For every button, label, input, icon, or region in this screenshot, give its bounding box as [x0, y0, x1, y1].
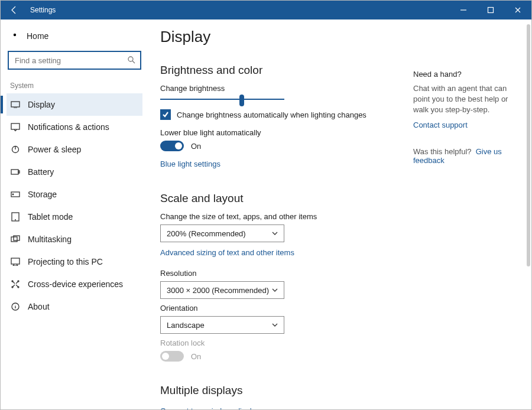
search-input[interactable] — [14, 56, 127, 66]
sidebar-item-label: Tablet mode — [28, 212, 73, 222]
window-title: Settings — [28, 6, 56, 14]
section-multiple-displays: Multiple displays — [160, 384, 390, 397]
svg-point-2 — [128, 57, 133, 61]
home-link[interactable]: Home — [7, 28, 142, 47]
minimize-button[interactable] — [450, 1, 477, 19]
brightness-slider[interactable] — [160, 99, 284, 100]
sidebar-item-label: Storage — [28, 190, 57, 199]
svg-rect-7 — [18, 171, 20, 173]
chevron-down-icon — [272, 230, 278, 236]
sidebar-item-battery[interactable]: Battery — [7, 161, 142, 183]
scrollbar-thumb[interactable] — [527, 24, 530, 266]
gear-icon — [10, 30, 20, 41]
content-area: Display Brightness and color Change brig… — [148, 19, 531, 409]
sidebar-item-label: Notifications & actions — [28, 122, 109, 132]
home-label: Home — [27, 31, 48, 41]
svg-rect-11 — [11, 237, 17, 242]
power-icon — [10, 144, 21, 155]
sidebar-item-tablet-mode[interactable]: Tablet mode — [7, 206, 142, 228]
page-title: Display — [160, 28, 520, 46]
sidebar-item-display[interactable]: Display — [7, 93, 142, 116]
battery-icon — [10, 167, 21, 177]
settings-window: Settings Home System — [0, 0, 532, 410]
text-size-value: 200% (Recommended) — [167, 229, 246, 238]
close-button[interactable] — [504, 1, 531, 19]
info-icon — [10, 301, 21, 312]
bluelight-state: On — [191, 142, 201, 151]
rotation-lock-state: On — [191, 352, 201, 361]
sidebar-item-label: Cross-device experiences — [28, 279, 123, 289]
chevron-down-icon — [272, 287, 278, 293]
sidebar-item-label: Multitasking — [28, 235, 72, 244]
svg-point-9 — [12, 194, 14, 195]
sidebar: Home System Display Notifications & acti… — [1, 19, 148, 409]
auto-brightness-checkbox[interactable] — [160, 109, 171, 120]
auto-brightness-label: Change brightness automatically when lig… — [177, 110, 366, 119]
slider-thumb[interactable] — [239, 95, 244, 106]
storage-icon — [10, 189, 21, 200]
section-scale: Scale and layout — [160, 192, 390, 205]
change-brightness-label: Change brightness — [160, 84, 390, 93]
sidebar-item-label: Power & sleep — [28, 145, 81, 154]
sidebar-item-about[interactable]: About — [7, 295, 142, 318]
projecting-icon — [10, 256, 21, 267]
sidebar-item-label: Display — [28, 100, 55, 109]
svg-rect-12 — [14, 236, 20, 240]
multitasking-icon — [10, 234, 21, 245]
resolution-label: Resolution — [160, 269, 390, 278]
svg-rect-0 — [488, 8, 494, 13]
section-brightness: Brightness and color — [160, 64, 390, 77]
titlebar: Settings — [1, 1, 531, 19]
orientation-dropdown[interactable]: Landscape — [160, 316, 284, 334]
text-size-label: Change the size of text, apps, and other… — [160, 212, 390, 221]
connect-wireless-link[interactable]: Connect to a wireless display — [160, 406, 259, 409]
advanced-sizing-link[interactable]: Advanced sizing of text and other items — [160, 248, 294, 257]
display-icon — [10, 99, 21, 110]
resolution-dropdown[interactable]: 3000 × 2000 (Recommended) — [160, 281, 284, 299]
helpful-label: Was this helpful? — [413, 147, 472, 156]
section-label: System — [7, 76, 142, 93]
bluelight-settings-link[interactable]: Blue light settings — [160, 160, 220, 168]
notifications-icon — [10, 122, 21, 132]
sidebar-item-notifications[interactable]: Notifications & actions — [7, 116, 142, 138]
aside-text: Chat with an agent that can point you to… — [413, 83, 520, 116]
sidebar-item-storage[interactable]: Storage — [7, 183, 142, 206]
svg-rect-3 — [11, 102, 20, 107]
scrollbar[interactable] — [527, 24, 530, 405]
sidebar-item-power-sleep[interactable]: Power & sleep — [7, 138, 142, 161]
orientation-value: Landscape — [167, 321, 205, 330]
contact-support-link[interactable]: Contact support — [413, 121, 520, 129]
help-aside: Need a hand? Chat with an agent that can… — [413, 57, 520, 409]
sidebar-item-projecting[interactable]: Projecting to this PC — [7, 250, 142, 273]
bluelight-label: Lower blue light automatically — [160, 128, 390, 137]
sidebar-item-multitasking[interactable]: Multitasking — [7, 228, 142, 250]
svg-rect-6 — [11, 170, 18, 174]
svg-point-1 — [14, 34, 16, 36]
svg-rect-13 — [11, 258, 20, 264]
tablet-icon — [10, 211, 21, 222]
sidebar-item-cross-device[interactable]: Cross-device experiences — [7, 273, 142, 295]
svg-rect-4 — [11, 123, 20, 129]
back-button[interactable] — [1, 1, 28, 19]
chevron-down-icon — [272, 322, 278, 328]
bluelight-toggle[interactable] — [160, 141, 184, 151]
text-size-dropdown[interactable]: 200% (Recommended) — [160, 224, 284, 242]
resolution-value: 3000 × 2000 (Recommended) — [167, 286, 269, 295]
maximize-button[interactable] — [477, 1, 504, 19]
orientation-label: Orientation — [160, 304, 390, 313]
search-icon — [127, 56, 135, 66]
search-box[interactable] — [8, 51, 141, 70]
rotation-lock-toggle — [160, 351, 184, 362]
sidebar-item-label: About — [28, 302, 50, 311]
sidebar-item-label: Projecting to this PC — [28, 257, 103, 266]
rotation-lock-label: Rotation lock — [160, 339, 390, 347]
sidebar-item-label: Battery — [28, 167, 54, 177]
cross-device-icon — [10, 279, 21, 289]
aside-heading: Need a hand? — [413, 70, 520, 79]
